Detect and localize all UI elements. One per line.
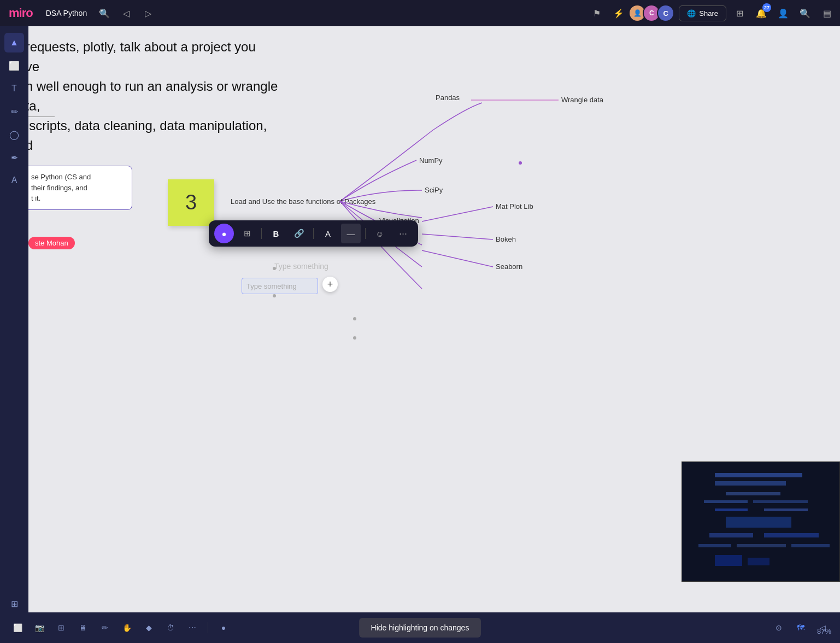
plus-icon: + <box>327 279 333 290</box>
svg-rect-10 <box>704 500 748 503</box>
divider-3 <box>365 228 366 239</box>
type-something-label: Type something <box>274 262 328 271</box>
map-bt-btn[interactable]: 🗺 <box>792 619 809 636</box>
top-bar-right: ⚑ ⚡ 👤 C C 🌐 Share ⊞ 🔔 27 👤 🔍 ▤ <box>588 4 836 22</box>
color-btn[interactable]: ● <box>214 224 234 243</box>
miro-logo: miro <box>4 6 37 20</box>
timer-bt-btn[interactable]: ⏱ <box>162 619 179 636</box>
camera-bt-btn[interactable]: 📷 <box>31 619 48 636</box>
menu-btn[interactable]: ▤ <box>818 4 836 22</box>
svg-line-2 <box>422 234 493 239</box>
svg-point-6 <box>353 336 356 340</box>
text-separator <box>28 116 55 117</box>
top-bar: miro DSA Python 🔍 ◁ ▷ ⚑ ⚡ 👤 C C 🌐 Share … <box>0 0 840 26</box>
dot-bottom <box>273 294 276 297</box>
grid-bt-btn[interactable]: ⊞ <box>52 619 70 636</box>
svg-rect-18 <box>737 544 786 547</box>
back-icon-btn[interactable]: ◁ <box>118 4 135 22</box>
globe-icon: 🌐 <box>687 9 696 17</box>
board-title: DSA Python <box>42 7 92 20</box>
bt-divider-1 <box>208 622 208 633</box>
svg-rect-9 <box>726 492 780 495</box>
mindmap-svg: Pandas Wrangle data NumPy SciPy Load and… <box>110 59 602 332</box>
grid-view-btn[interactable]: ⊞ <box>731 4 748 22</box>
emoji-ft-btn[interactable]: ☺ <box>370 224 390 243</box>
avatar-group: 👤 C C <box>632 4 674 22</box>
add-node-button[interactable]: + <box>322 277 338 292</box>
svg-rect-13 <box>764 508 808 511</box>
zoom-level: 87% <box>817 627 831 635</box>
red-tag: ste Mohan <box>28 237 75 249</box>
mini-map-svg <box>682 462 839 581</box>
svg-rect-17 <box>698 544 731 547</box>
shapes-bt-btn[interactable]: ◆ <box>140 619 157 636</box>
svg-line-3 <box>422 250 493 267</box>
node-matplotlib: Mat Plot Lib <box>496 202 533 211</box>
link-ft-btn[interactable]: 🔗 <box>289 224 309 243</box>
avatar-3: C <box>657 4 674 22</box>
node-numpy: NumPy <box>419 156 443 165</box>
divider-1 <box>261 228 262 239</box>
screen-share-bt-btn[interactable]: 🖥 <box>74 619 92 636</box>
svg-point-4 <box>519 161 522 165</box>
share-button[interactable]: 🌐 Share <box>679 5 726 21</box>
svg-rect-19 <box>791 544 830 547</box>
text-tool[interactable]: T <box>4 79 24 98</box>
more-bt-btn[interactable]: ⋯ <box>184 619 201 636</box>
svg-rect-12 <box>715 508 748 511</box>
flag-icon-btn[interactable]: ⚑ <box>588 4 606 22</box>
user-icon-btn[interactable]: 👤 <box>774 4 792 22</box>
share-label: Share <box>699 9 718 17</box>
mini-map <box>682 461 840 582</box>
bottom-toolbar: ⬜ 📷 ⊞ 🖥 ✏ ✋ ◆ ⏱ ⋯ ● Hide highlighting on… <box>0 612 840 643</box>
cursor-tool[interactable]: ▲ <box>4 33 24 52</box>
divider-2 <box>313 228 314 239</box>
hide-highlight-button[interactable]: Hide highlighting on changes <box>359 618 481 638</box>
node-pandas: Pandas <box>436 93 460 102</box>
type-label-wrapper: Type something <box>274 261 328 271</box>
search-top-btn[interactable]: 🔍 <box>796 4 814 22</box>
draw-tool[interactable]: ✏ <box>4 102 24 121</box>
pen-tool[interactable]: ✒ <box>4 148 24 167</box>
bold-ft-btn[interactable]: B <box>266 224 286 243</box>
svg-rect-20 <box>715 555 742 566</box>
floating-toolbar: ● ⊞ B 🔗 A — ☺ ⋯ <box>209 220 418 247</box>
lightning-icon-btn[interactable]: ⚡ <box>610 4 627 22</box>
svg-rect-7 <box>715 473 802 477</box>
table-tool[interactable]: ⊞ <box>4 594 24 613</box>
search-icon-btn[interactable]: 🔍 <box>96 4 113 22</box>
mini-map-content <box>682 462 839 581</box>
hand-bt-btn[interactable]: ✋ <box>118 619 136 636</box>
notification-count: 27 <box>762 3 771 12</box>
node-scipy: SciPy <box>425 186 443 194</box>
frame-bt-btn[interactable]: ⬜ <box>9 619 26 636</box>
underline-ft-btn[interactable]: — <box>341 224 361 243</box>
shape-tool[interactable]: ◯ <box>4 125 24 144</box>
dot-bt-btn[interactable]: ● <box>215 619 232 636</box>
svg-rect-11 <box>753 500 808 503</box>
highlighted-text: their findings, <box>31 184 73 192</box>
text-label-tool[interactable]: A <box>4 171 24 190</box>
type-something-input[interactable]: Type something <box>242 278 318 294</box>
node-seaborn: Seaborn <box>496 262 522 271</box>
svg-point-5 <box>353 317 356 320</box>
canvas: p, requests, plotly, talk about a projec… <box>28 26 840 612</box>
left-toolbar: ▲ ⬜ T ✏ ◯ ✒ A ⊞ ⊟ <box>0 26 28 643</box>
dot-top <box>273 267 276 270</box>
svg-rect-14 <box>726 517 791 528</box>
svg-rect-15 <box>709 533 753 537</box>
notification-btn[interactable]: 🔔 27 <box>753 4 770 22</box>
frame-tool[interactable]: ⬜ <box>4 56 24 75</box>
text-a-btn[interactable]: A <box>318 224 338 243</box>
node-bokeh: Bokeh <box>496 235 516 243</box>
svg-line-1 <box>422 207 493 221</box>
svg-rect-8 <box>715 481 786 486</box>
forward-icon-btn[interactable]: ▷ <box>139 4 157 22</box>
top-bar-left: miro DSA Python 🔍 ◁ ▷ <box>4 4 157 22</box>
grid-ft-btn[interactable]: ⊞ <box>237 224 257 243</box>
more-ft-btn[interactable]: ⋯ <box>393 224 413 243</box>
help-bt-btn[interactable]: ⊙ <box>770 619 788 636</box>
node-wrangle: Wrangle data <box>561 96 604 104</box>
input-placeholder: Type something <box>246 282 297 290</box>
pen-bt-btn[interactable]: ✏ <box>96 619 114 636</box>
